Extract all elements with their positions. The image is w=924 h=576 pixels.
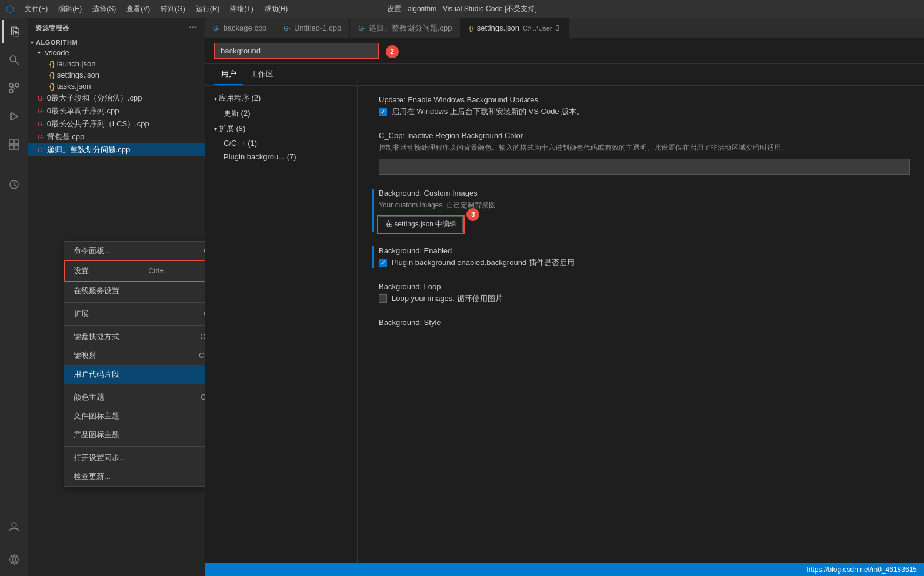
context-menu-snippets-label: 用户代码片段 (74, 369, 119, 380)
context-menu-online-services-label: 在线服务设置 (74, 286, 119, 296)
setting-bg-enabled-checkbox[interactable]: ✓ (379, 259, 387, 267)
context-menu-check-update-label: 检查更新... (74, 471, 111, 482)
setting-cpp-desc: 控制非活动预处理程序块的背景颜色。输入的格式为十六进制颜色代码或有效的主透明。此… (379, 142, 910, 153)
edit-button-wrapper: 在 settings.json 中编辑 3 (379, 214, 463, 232)
activity-bar: ⎘ (0, 18, 28, 576)
context-menu-settings[interactable]: 设置 Ctrl+, 1 (64, 260, 205, 282)
activity-explorer[interactable]: ⎘ (2, 20, 26, 43)
context-menu-file-icon-label: 文件图标主题 (74, 411, 119, 421)
setting-bg-loop-row: Loop your images. 循环使用图片 (379, 293, 910, 304)
settings-tree: 应用程序 (2) 更新 (2) 扩展 (8) C/C++ (1) Plugin … (205, 86, 358, 563)
context-menu-product-icon[interactable]: 产品图标主题 (64, 426, 205, 444)
activity-extensions[interactable] (2, 133, 26, 156)
settings-search-input[interactable] (214, 43, 379, 59)
tab-settings-json[interactable]: {} settings.json C:\...\User 3 (461, 18, 568, 38)
setting-bg-loop-checkbox[interactable] (379, 294, 387, 303)
context-menu-keymap-shortcut: Ctrl+K Ctrl+M (199, 351, 205, 360)
context-menu-file-icon[interactable]: 文件图标主题 (64, 407, 205, 426)
setting-bg-loop-label: Loop your images. 循环使用图片 (392, 293, 503, 304)
settings-tree-plugin[interactable]: Plugin backgrou... (7) (205, 150, 357, 163)
context-menu-snippets[interactable]: 用户代码片段 (64, 365, 205, 384)
context-menu-keyboard[interactable]: 键盘快捷方式 Ctrl+K Ctrl+S (64, 327, 205, 346)
context-menu-command-palette-label: 命令面板... (74, 246, 111, 256)
svg-point-15 (12, 523, 16, 527)
context-menu-color-theme[interactable]: 颜色主题 Ctrl+K Ctrl+T (64, 388, 205, 407)
svg-rect-11 (15, 140, 19, 144)
setting-bg-enabled-title: Background: Enabled (379, 246, 910, 255)
activity-run[interactable] (2, 105, 26, 128)
context-menu-command-palette-shortcut: Ctrl+Shift+P (204, 247, 205, 255)
svg-point-4 (9, 89, 13, 93)
activity-source-control[interactable] (2, 76, 26, 100)
context-menu-divider2 (64, 325, 205, 326)
context-menu: 命令面板... Ctrl+Shift+P 设置 Ctrl+, 1 在线服务设置 … (64, 241, 205, 487)
tab-number-badge: 3 (556, 24, 560, 32)
menu-view[interactable]: 查看(V) (122, 2, 155, 16)
setting-bg-custom-desc: Your custom images. 自己定制背景图 (379, 200, 910, 210)
context-menu-keyboard-shortcut: Ctrl+K Ctrl+S (200, 333, 205, 341)
window-title: 设置 - algorithm - Visual Studio Code [不受支… (387, 4, 537, 14)
setting-bg-loop: Background: Loop Loop your images. 循环使用图… (372, 282, 910, 304)
svg-marker-8 (12, 113, 18, 120)
svg-point-0 (10, 56, 16, 62)
search-badge: 2 (386, 45, 399, 58)
menu-help[interactable]: 帮助(H) (259, 2, 293, 16)
settings-tree-apps[interactable]: 应用程序 (2) (205, 91, 357, 106)
tab-digui-cpp-label: 递归。整数划分问题.cpp (369, 23, 452, 34)
menu-goto[interactable]: 转到(G) (156, 2, 189, 16)
menu-file[interactable]: 文件(F) (20, 2, 52, 16)
menu-bar: 文件(F) 编辑(E) 选择(S) 查看(V) 转到(G) 运行(R) 终端(T… (20, 2, 292, 16)
context-menu-sync[interactable]: 打开设置同步... (64, 448, 205, 467)
svg-point-16 (12, 558, 16, 561)
setting-bg-custom: Background: Custom Images Your custom im… (372, 189, 910, 232)
title-bar: ⬡ 文件(F) 编辑(E) 选择(S) 查看(V) 转到(G) 运行(R) 终端… (0, 0, 924, 18)
bottom-bar: https://blog.csdn.net/m0_46183615 (205, 563, 924, 576)
activity-account[interactable] (2, 515, 26, 538)
setting-bg-enabled: Background: Enabled ✓ Plugin background … (372, 246, 910, 268)
context-menu-color-theme-label: 颜色主题 (74, 392, 104, 403)
svg-rect-12 (9, 145, 14, 149)
menu-select[interactable]: 选择(S) (88, 2, 121, 16)
tab-backage-cpp-label: backage.cpp (224, 24, 267, 32)
setting-bg-edit-button[interactable]: 在 settings.json 中编辑 (379, 216, 463, 232)
svg-point-3 (15, 83, 19, 87)
context-menu-divider3 (64, 386, 205, 386)
context-menu-online-services[interactable]: 在线服务设置 (64, 282, 205, 300)
context-menu-extensions[interactable]: 扩展 Ctrl+Shift+X (64, 304, 205, 323)
tab-settings-path: C:\...\User (523, 25, 552, 32)
setting-cpp-input[interactable] (379, 159, 910, 175)
context-menu-settings-shortcut: Ctrl+, (148, 267, 165, 275)
context-menu-keymap[interactable]: 键映射 Ctrl+K Ctrl+M (64, 346, 205, 365)
sidebar: 资源管理器 ··· ▾ ALGORITHM ▾ .vscode {} launc… (28, 18, 205, 576)
settings-main: Update: Enable Windows Background Update… (358, 86, 924, 563)
context-menu-extensions-label: 扩展 (74, 309, 89, 319)
settings-tab-workspace[interactable]: 工作区 (243, 64, 281, 85)
context-menu-check-update[interactable]: 检查更新... (64, 467, 205, 486)
settings-body: 应用程序 (2) 更新 (2) 扩展 (8) C/C++ (1) Plugin … (205, 86, 924, 563)
settings-tree-cpp[interactable]: C/C++ (1) (205, 136, 357, 150)
context-menu-command-palette[interactable]: 命令面板... Ctrl+Shift+P (64, 242, 205, 260)
menu-terminal[interactable]: 终端(T) (225, 2, 258, 16)
tab-digui-cpp[interactable]: G· 递归。整数划分问题.cpp (350, 18, 461, 38)
setting-update-checkbox[interactable]: ✓ (379, 108, 387, 116)
settings-tree-updates[interactable]: 更新 (2) (205, 106, 357, 121)
tab-cpp-icon: G· (213, 25, 220, 32)
settings-tabs: 用户 工作区 (205, 64, 924, 86)
menu-run[interactable]: 运行(R) (191, 2, 225, 16)
activity-search[interactable] (2, 48, 26, 72)
menu-edit[interactable]: 编辑(E) (54, 2, 86, 16)
context-menu-keymap-label: 键映射 (74, 350, 96, 361)
settings-tree-extensions[interactable]: 扩展 (8) (205, 121, 357, 136)
settings-tab-user[interactable]: 用户 (214, 64, 243, 85)
activity-history[interactable] (2, 173, 26, 196)
svg-line-1 (15, 61, 19, 65)
setting-update-background: Update: Enable Windows Background Update… (372, 95, 910, 117)
tab-untitled-cpp[interactable]: G· Untitled-1.cpp (275, 18, 350, 38)
setting-bg-loop-title: Background: Loop (379, 282, 910, 291)
activity-settings[interactable] (2, 548, 26, 571)
context-menu-extensions-shortcut: Ctrl+Shift+X (204, 310, 205, 318)
tab-backage-cpp[interactable]: G· backage.cpp (205, 18, 275, 38)
settings-panel: 2 用户 工作区 应用程序 (2) 更新 (2) 扩展 (8) C/C++ (1… (205, 38, 924, 563)
context-menu-keyboard-label: 键盘快捷方式 (74, 331, 119, 342)
context-menu-color-theme-shortcut: Ctrl+K Ctrl+T (201, 393, 205, 401)
